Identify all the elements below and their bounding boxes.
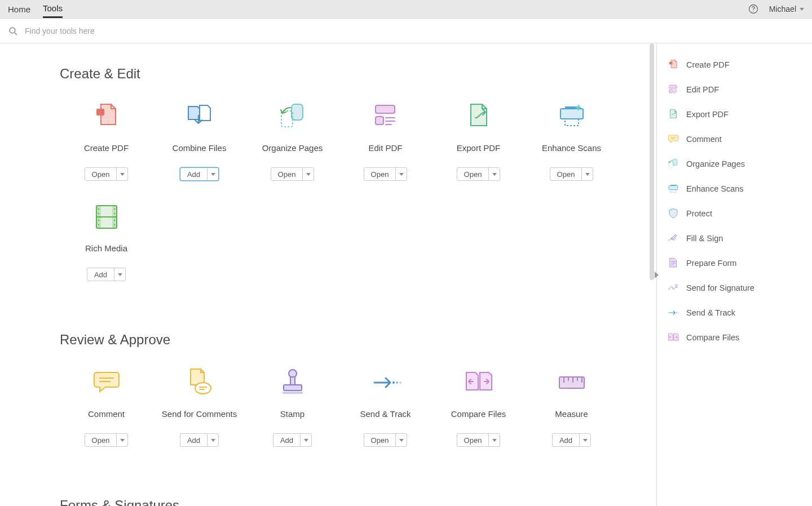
sidebar-item[interactable]: Protect: [667, 203, 806, 224]
tool-label: Stamp: [280, 409, 304, 431]
section-title: Review & Approve: [60, 332, 648, 348]
tool-card[interactable]: Send for CommentsAdd: [153, 367, 246, 447]
tool-action-main[interactable]: Open: [85, 434, 117, 446]
tool-action-main[interactable]: Open: [85, 168, 117, 180]
search-input[interactable]: [25, 26, 589, 35]
tool-action-main[interactable]: Add: [273, 434, 300, 446]
tool-action-dropdown[interactable]: [116, 434, 127, 446]
tool-card[interactable]: Combine FilesAdd: [153, 101, 246, 181]
sidebar-collapse-icon[interactable]: [655, 272, 659, 278]
tool-action-dropdown[interactable]: [395, 434, 407, 446]
chevron-down-icon: [211, 439, 215, 442]
tool-action-dropdown[interactable]: [207, 168, 218, 180]
tool-card[interactable]: Enhance ScansOpen: [525, 101, 618, 181]
tool-action-main[interactable]: Open: [364, 168, 396, 180]
tool-action-main[interactable]: Add: [180, 168, 207, 180]
tool-action-button[interactable]: Add: [87, 268, 126, 281]
tool-action-main[interactable]: Add: [180, 434, 207, 446]
tool-card[interactable]: CommentOpen: [60, 367, 153, 447]
chevron-down-icon: [492, 439, 497, 442]
sidebar-item-label: Fill & Sign: [686, 234, 723, 243]
header-bar: Home Tools Michael: [0, 0, 812, 19]
sidebar-item-label: Enhance Scans: [686, 184, 744, 193]
tool-action-dropdown[interactable]: [581, 168, 593, 180]
tool-card[interactable]: StampAdd: [246, 367, 339, 447]
sidebar-item[interactable]: Send & Track: [667, 303, 806, 323]
compare-files-icon: [463, 367, 495, 398]
sidebar-item-label: Prepare Form: [686, 259, 736, 268]
tab-tools[interactable]: Tools: [43, 0, 63, 18]
tool-card[interactable]: Send & TrackOpen: [339, 367, 432, 447]
tool-action-button[interactable]: Open: [457, 167, 501, 181]
tool-action-dropdown[interactable]: [114, 268, 125, 281]
tool-action-button[interactable]: Open: [550, 167, 594, 181]
user-menu[interactable]: Michael: [769, 5, 804, 14]
compare-files-icon: [667, 331, 679, 344]
tool-action-dropdown[interactable]: [488, 168, 500, 180]
combine-files-icon: [184, 101, 215, 132]
tool-action-button[interactable]: Add: [552, 433, 591, 447]
tool-action-main[interactable]: Open: [271, 168, 303, 180]
tool-label: Compare Files: [451, 409, 506, 431]
tool-card[interactable]: Create PDFOpen: [60, 101, 153, 181]
tool-action-button[interactable]: Open: [457, 433, 501, 447]
tool-action-button[interactable]: Open: [364, 167, 408, 181]
enhance-scans-icon: [556, 101, 588, 132]
sidebar-item[interactable]: Compare Files: [667, 327, 806, 348]
tool-action-button[interactable]: Open: [85, 167, 129, 181]
help-icon[interactable]: [748, 3, 759, 15]
tool-card[interactable]: Rich MediaAdd: [60, 201, 153, 281]
sidebar-item-label: Organize Pages: [686, 159, 745, 168]
tool-card[interactable]: Export PDFOpen: [432, 101, 525, 181]
sidebar-item[interactable]: Prepare Form: [667, 253, 806, 273]
tool-action-dropdown[interactable]: [300, 434, 311, 446]
tool-action-button[interactable]: Add: [180, 433, 219, 447]
sidebar-item-label: Send for Signature: [686, 283, 754, 292]
tool-action-main[interactable]: Open: [550, 168, 582, 180]
search-icon: [8, 26, 18, 36]
sidebar-item-label: Create PDF: [686, 60, 730, 69]
sidebar-item[interactable]: Export PDF: [667, 104, 806, 125]
sidebar-item[interactable]: Enhance Scans: [667, 179, 806, 199]
header-tabs: Home Tools: [8, 0, 63, 18]
tool-action-dropdown[interactable]: [302, 168, 314, 180]
tool-action-button[interactable]: Add: [273, 433, 312, 447]
tool-action-dropdown[interactable]: [207, 434, 218, 446]
tool-action-dropdown[interactable]: [579, 434, 590, 446]
tool-action-main[interactable]: Add: [553, 434, 579, 446]
sidebar-item[interactable]: Send for Signature: [667, 278, 806, 298]
tab-home[interactable]: Home: [8, 0, 30, 18]
sidebar-item-label: Export PDF: [686, 110, 729, 119]
chevron-down-icon: [120, 439, 125, 442]
tool-action-button[interactable]: Open: [271, 167, 315, 181]
edit-pdf-icon: [667, 83, 679, 96]
tool-action-button[interactable]: Add: [180, 167, 219, 181]
tool-card[interactable]: Organize PagesOpen: [246, 101, 339, 181]
sidebar-item[interactable]: Fill & Sign: [667, 228, 806, 248]
tool-card[interactable]: MeasureAdd: [525, 367, 618, 447]
tool-card[interactable]: Edit PDFOpen: [339, 101, 432, 181]
chevron-down-icon: [583, 439, 588, 442]
send-track-icon: [370, 367, 401, 398]
tool-action-main[interactable]: Add: [87, 268, 114, 281]
tool-label: Enhance Scans: [542, 143, 601, 165]
tool-action-button[interactable]: Open: [85, 433, 129, 447]
svg-point-2: [10, 28, 15, 33]
sidebar-item[interactable]: Create PDF: [667, 55, 806, 75]
tool-action-dropdown[interactable]: [116, 168, 127, 180]
tool-card[interactable]: Compare FilesOpen: [432, 367, 525, 447]
tool-action-dropdown[interactable]: [488, 434, 500, 446]
tool-label: Measure: [555, 409, 588, 431]
tool-action-main[interactable]: Open: [457, 434, 489, 446]
comment-icon: [91, 367, 122, 398]
sidebar-item[interactable]: Comment: [667, 129, 806, 149]
chevron-down-icon: [304, 439, 308, 442]
tool-action-button[interactable]: Open: [364, 433, 408, 447]
tool-action-main[interactable]: Open: [457, 168, 489, 180]
tool-action-main[interactable]: Open: [364, 434, 396, 446]
sidebar-item[interactable]: Organize Pages: [667, 154, 806, 174]
scroll-thumb[interactable]: [650, 43, 654, 280]
comment-icon: [667, 133, 679, 145]
tool-action-dropdown[interactable]: [395, 168, 407, 180]
sidebar-item[interactable]: Edit PDF: [667, 79, 806, 100]
